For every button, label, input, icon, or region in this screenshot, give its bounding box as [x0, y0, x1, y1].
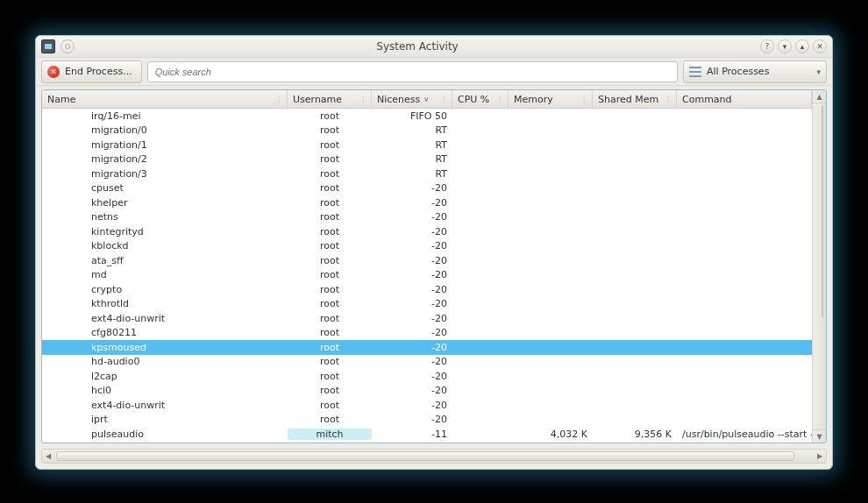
- table-row[interactable]: l2caproot-20: [42, 369, 812, 384]
- close-button[interactable]: ✕: [813, 39, 827, 53]
- cell: pulseaudio: [42, 429, 288, 440]
- cell: root: [288, 226, 372, 237]
- cell: -20: [372, 371, 452, 382]
- cell: -20: [372, 298, 452, 309]
- cell: root: [288, 197, 372, 209]
- table-row[interactable]: kblockdroot-20: [42, 239, 812, 254]
- titlebar[interactable]: System Activity ? ▾ ▴ ✕: [36, 36, 832, 58]
- chevron-down-icon: ▾: [816, 67, 821, 76]
- table-row[interactable]: krfcommdroot-10: [42, 442, 812, 443]
- cell: -20: [372, 414, 452, 425]
- table-row[interactable]: netnsroot-20: [42, 210, 812, 225]
- table-row[interactable]: kpsmousedroot-20: [42, 340, 812, 355]
- scroll-down-icon[interactable]: ▼: [813, 429, 826, 443]
- table-row[interactable]: cpusetroot-20: [42, 181, 812, 196]
- cell: root: [288, 385, 372, 396]
- cell: 4,032 K: [509, 429, 593, 440]
- system-activity-window: System Activity ? ▾ ▴ ✕ ✕ End Process...…: [35, 35, 833, 470]
- cell: root: [288, 371, 372, 382]
- table-row[interactable]: khelperroot-20: [42, 195, 812, 210]
- scroll-thumb[interactable]: [822, 105, 823, 317]
- cell: root: [288, 255, 372, 266]
- scroll-up-icon[interactable]: ▲: [813, 90, 826, 103]
- filter-dropdown[interactable]: All Processes ▾: [683, 60, 827, 83]
- cell: -20: [372, 313, 452, 324]
- cell: root: [288, 327, 372, 338]
- col-cpu[interactable]: CPU %⋮: [452, 90, 509, 108]
- table-row[interactable]: pulseaudiomitch-114,032 K9,356 K/usr/bin…: [42, 427, 812, 442]
- table-row[interactable]: irq/16-meirootFIFO 50: [42, 109, 812, 124]
- table-row[interactable]: iprtroot-20: [42, 413, 812, 428]
- col-memory[interactable]: Memory⋮: [509, 90, 593, 108]
- filter-label: All Processes: [707, 66, 769, 77]
- table-row[interactable]: migration/2rootRT: [42, 152, 812, 167]
- sort-desc-icon: ∨: [423, 96, 429, 103]
- pin-icon[interactable]: [60, 39, 75, 53]
- table-row[interactable]: migration/1rootRT: [42, 138, 812, 152]
- hscroll-thumb[interactable]: [56, 451, 794, 461]
- cell: 9,356 K: [593, 429, 677, 440]
- cell: FIFO 50: [372, 110, 452, 122]
- cell: cpuset: [42, 182, 288, 194]
- table-row[interactable]: cryptoroot-20: [42, 282, 812, 297]
- cell: iprt: [42, 414, 288, 425]
- cell: root: [288, 168, 372, 180]
- cell: l2cap: [42, 371, 288, 382]
- cell: RT: [372, 168, 452, 180]
- cell: root: [288, 356, 372, 367]
- cell: netns: [42, 211, 288, 223]
- cell: khelper: [42, 197, 288, 209]
- cell: migration/3: [42, 168, 288, 180]
- minimize-button[interactable]: ▾: [778, 39, 792, 53]
- cell: migration/2: [42, 153, 288, 165]
- scroll-right-icon[interactable]: ▶: [814, 452, 826, 460]
- table-row[interactable]: ext4-dio-unwritroot-20: [42, 311, 812, 326]
- cell: hci0: [42, 385, 288, 396]
- cell: -20: [372, 197, 452, 209]
- window-title: System Activity: [75, 40, 760, 53]
- cell: RT: [372, 124, 452, 136]
- table-row[interactable]: kintegritydroot-20: [42, 224, 812, 239]
- vertical-scrollbar[interactable]: ▲ ▼: [812, 90, 826, 443]
- table-row[interactable]: mdroot-20: [42, 268, 812, 283]
- scroll-left-icon[interactable]: ◀: [42, 452, 54, 460]
- col-niceness[interactable]: Niceness ∨ ⋮: [372, 90, 452, 108]
- maximize-button[interactable]: ▴: [795, 39, 809, 53]
- table-row[interactable]: ata_sffroot-20: [42, 253, 812, 268]
- list-icon: [689, 67, 701, 77]
- table-row[interactable]: hd-audio0root-20: [42, 355, 812, 370]
- toolbar: ✕ End Process... All Processes ▾: [36, 58, 832, 86]
- table-row[interactable]: kthrotldroot-20: [42, 297, 812, 312]
- search-input[interactable]: [147, 61, 678, 82]
- cell: root: [288, 240, 372, 252]
- end-process-button[interactable]: ✕ End Process...: [41, 60, 142, 83]
- cell: -20: [372, 385, 452, 396]
- table-row[interactable]: ext4-dio-unwritroot-20: [42, 398, 812, 413]
- cell: hd-audio0: [42, 356, 288, 367]
- col-name[interactable]: Name⋮: [42, 90, 288, 108]
- table-row[interactable]: migration/3rootRT: [42, 166, 812, 181]
- col-command[interactable]: Command: [677, 90, 812, 108]
- table-body: irq/16-meirootFIFO 50migration/0rootRTmi…: [42, 109, 812, 443]
- app-icon: [41, 39, 55, 53]
- col-username[interactable]: Username⋮: [288, 90, 372, 108]
- table-row[interactable]: migration/0rootRT: [42, 124, 812, 138]
- cell: root: [288, 400, 372, 411]
- horizontal-scrollbar[interactable]: ◀ ▶: [41, 449, 827, 464]
- cell: mitch: [288, 429, 372, 440]
- table-header: Name⋮ Username⋮ Niceness ∨ ⋮ CPU %⋮ Memo…: [42, 90, 812, 109]
- table-row[interactable]: cfg80211root-20: [42, 326, 812, 341]
- cell: root: [288, 298, 372, 309]
- cell: RT: [372, 153, 452, 165]
- table-row[interactable]: hci0root-20: [42, 384, 812, 399]
- cell: kpsmoused: [42, 342, 288, 353]
- cell: root: [288, 284, 372, 295]
- cell: root: [288, 139, 372, 151]
- cell: root: [288, 269, 372, 280]
- help-button[interactable]: ?: [760, 39, 774, 53]
- cell: kthrotld: [42, 298, 288, 309]
- cell: root: [288, 342, 372, 353]
- stop-icon: ✕: [47, 66, 60, 78]
- cell: -20: [372, 255, 452, 266]
- col-shared-mem[interactable]: Shared Mem⋮: [593, 90, 677, 108]
